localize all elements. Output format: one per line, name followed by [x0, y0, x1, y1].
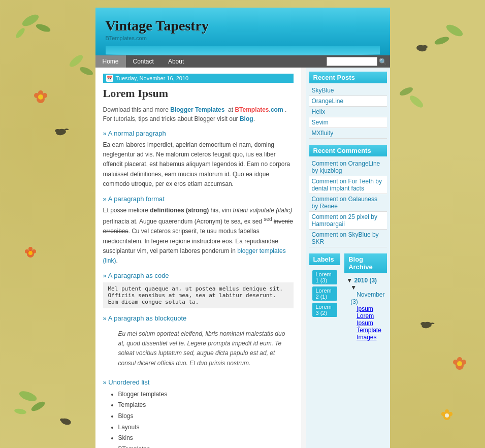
section-heading-4: A paragraph as blockquote [103, 314, 294, 322]
svg-point-8 [42, 93, 47, 98]
recent-post-link[interactable]: Helix [312, 108, 326, 115]
labels-area: Lorem 1 (3) Lorem 2 (1) Lorem 3 (2) [309, 267, 341, 320]
archive-entry-link[interactable]: Ipsum [357, 305, 373, 312]
content-area: 📅 Tuesday, November 16, 2010 Lorem Ipsum… [95, 68, 390, 448]
comment-link[interactable]: Comment on SkyBlue by SKR [312, 231, 379, 245]
svg-point-17 [461, 360, 466, 365]
section-heading-1: A normal paragraph [103, 130, 294, 137]
recent-comments-widget: Recent Comments Comment on OrangeLine by… [309, 145, 387, 247]
blogger-templates-link-2[interactable]: blogger templates (link) [103, 247, 286, 264]
svg-point-21 [443, 413, 450, 420]
recent-post-link[interactable]: Sevim [312, 119, 329, 126]
svg-point-10 [444, 22, 464, 39]
svg-point-14 [456, 362, 464, 370]
nav-contact[interactable]: Contact [126, 55, 161, 68]
recent-posts-title: Recent Posts [309, 72, 387, 83]
list-item: SkyBlue [309, 85, 387, 96]
svg-point-20 [421, 322, 426, 326]
bottom-widgets: Labels Lorem 1 (3) Lorem 2 (1) Lorem 3 (… [309, 253, 387, 349]
blog-link[interactable]: Blog [240, 115, 253, 122]
comment-link[interactable]: Comment on For Teeth by dental implant f… [312, 178, 382, 192]
blogger-templates-link[interactable]: Blogger Templates [170, 106, 224, 113]
search-icon[interactable]: 🔍 [379, 58, 387, 66]
list-item: Sevim [309, 117, 387, 128]
svg-point-2 [14, 27, 26, 40]
comment-link[interactable]: Comment on 25 pixel by Hamroargaii [312, 213, 377, 228]
svg-point-27 [30, 400, 46, 412]
archive-month-expand[interactable]: ▼ November (3) [346, 284, 384, 305]
recent-comments-list: Comment on OrangeLine by kjuzblog Commen… [309, 158, 387, 247]
svg-point-24 [448, 412, 452, 416]
list-item: Comment on Galauness by Renee [309, 194, 387, 212]
label-item[interactable]: Lorem 2 (1) [312, 286, 338, 301]
ul-item: BTemplates [118, 444, 294, 448]
site-header: Vintage Tapestry BTemplates.com [95, 8, 390, 55]
list-item: Helix [309, 107, 387, 117]
list-item: Comment on For Teeth by dental implant f… [309, 176, 387, 194]
svg-point-11 [434, 35, 450, 46]
archive-area: ▼ 2010 (3) ▼ November (3) Ipsum Lorem Ip… [344, 275, 386, 343]
recent-post-link[interactable]: SkyBlue [312, 87, 334, 94]
svg-point-4 [55, 129, 60, 133]
main-content: 📅 Tuesday, November 16, 2010 Lorem Ipsum… [95, 68, 301, 448]
archive-entry-link[interactable]: Template Images [357, 327, 381, 341]
svg-point-12 [416, 44, 427, 52]
label-item[interactable]: Lorem 1 (3) [312, 270, 338, 284]
list-item: Comment on OrangeLine by kjuzblog [309, 158, 387, 176]
comment-link[interactable]: Comment on OrangeLine by kjuzblog [312, 160, 380, 174]
recent-post-link[interactable]: OrangeLine [312, 98, 344, 105]
section-heading-5: Unordered list [103, 378, 294, 386]
nav-home[interactable]: Home [95, 55, 126, 68]
svg-point-0 [20, 12, 40, 28]
btemplates-brand: BTemplates [235, 106, 269, 113]
recent-posts-widget: Recent Posts SkyBlue OrangeLine Helix Se… [309, 72, 387, 139]
nav-about[interactable]: About [161, 55, 191, 68]
archive-expand-icon: ▼ [346, 277, 352, 284]
svg-point-30 [59, 418, 65, 422]
svg-point-36 [28, 247, 33, 251]
para-2: Et posse meliore definitiones (strong) h… [103, 206, 294, 266]
para-1: Ea eam labores imperdiet, apeirian democ… [103, 140, 294, 189]
archive-year[interactable]: 2010 (3) [354, 277, 377, 284]
list-item: Comment on SkyBlue by SKR [309, 230, 387, 247]
svg-point-3 [55, 128, 67, 136]
ul-item: Layouts [118, 422, 294, 433]
archive-month[interactable]: November (3) [350, 291, 384, 305]
svg-point-28 [14, 408, 26, 415]
svg-point-19 [421, 321, 432, 329]
svg-point-33 [408, 93, 425, 109]
svg-point-37 [25, 249, 29, 253]
blockquote: Eu mei solum oporteat eleifend, libris n… [111, 325, 294, 372]
btemplates-tld: .com [269, 106, 283, 113]
site-title: Vintage Tapestry [106, 18, 380, 34]
svg-point-22 [445, 409, 449, 413]
svg-point-29 [60, 418, 72, 426]
archive-month-item: ▼ November (3) Ipsum Lorem Ipsum Templat… [346, 284, 384, 341]
label-item[interactable]: Lorem 3 (2) [312, 303, 338, 317]
labels-widget: Labels Lorem 1 (3) Lorem 2 (1) Lorem 3 (… [309, 253, 341, 343]
list-item: MXfluity [309, 128, 387, 139]
blog-archive-title: Blog Archive [344, 253, 386, 273]
comment-link[interactable]: Comment on Galauness by Renee [312, 196, 377, 210]
recent-post-link[interactable]: MXfluity [312, 130, 334, 137]
svg-point-7 [34, 93, 39, 98]
ul-item: Blogger templates [118, 389, 294, 400]
archive-entry-link[interactable]: Lorem Ipsum [357, 312, 374, 327]
svg-point-9 [38, 94, 43, 100]
svg-point-16 [453, 360, 458, 365]
post-date: Tuesday, November 16, 2010 [116, 75, 189, 81]
archive-year-item[interactable]: ▼ 2010 (3) [346, 277, 384, 284]
post-date-bar: 📅 Tuesday, November 16, 2010 [103, 74, 294, 83]
recent-comments-title: Recent Comments [309, 145, 387, 156]
svg-point-13 [423, 45, 428, 49]
calendar-icon: 📅 [106, 75, 113, 82]
search-input[interactable] [327, 57, 377, 66]
search-container: 🔍 [327, 57, 390, 66]
post-title: Lorem Ipsum [103, 87, 294, 100]
section-heading-2: A paragraph format [103, 195, 294, 203]
svg-point-1 [35, 22, 51, 34]
site-subtitle: BTemplates.com [106, 35, 380, 41]
svg-point-5 [37, 95, 45, 103]
code-block: Mel putent quaeque an, ut postea melius … [103, 282, 294, 308]
sidebar: Recent Posts SkyBlue OrangeLine Helix Se… [306, 68, 390, 448]
